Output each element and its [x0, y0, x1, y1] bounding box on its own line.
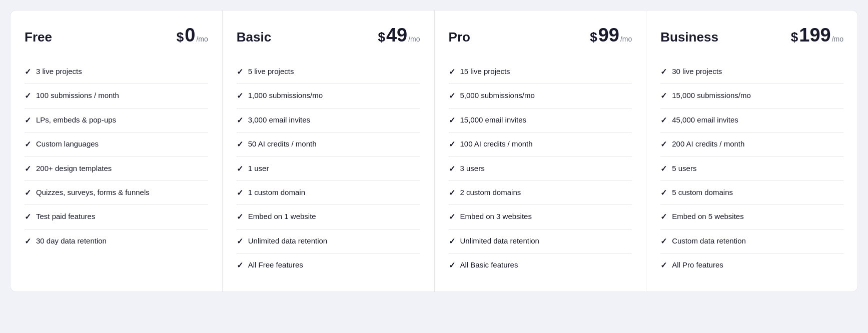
- feature-text-business-7: Custom data retention: [672, 236, 843, 246]
- check-icon-pro-5: ✓: [449, 188, 455, 198]
- plan-header-basic: Basic$ 49/mo: [237, 24, 420, 48]
- check-icon-pro-4: ✓: [449, 164, 455, 174]
- pricing-grid: Free$ 0/mo✓3 live projects✓100 submissio…: [10, 10, 858, 292]
- check-icon-business-0: ✓: [660, 66, 667, 78]
- features-list-pro: ✓15 live projects✓5,000 submissions/mo✓1…: [449, 60, 632, 278]
- feature-item-basic-4: ✓1 user: [237, 157, 420, 181]
- check-icon-business-7: ✓: [660, 236, 667, 247]
- feature-text-pro-6: Embed on 3 websites: [460, 211, 632, 222]
- feature-text-free-7: 30 day data retention: [36, 236, 208, 246]
- feature-text-basic-5: 1 custom domain: [248, 187, 420, 198]
- feature-text-pro-3: 100 AI credits / month: [460, 138, 632, 149]
- check-icon-pro-3: ✓: [449, 139, 455, 150]
- price-amount-business: 199: [799, 24, 830, 46]
- price-period-basic: /mo: [408, 35, 420, 43]
- check-icon-pro-7: ✓: [449, 236, 455, 247]
- feature-text-business-4: 5 users: [672, 163, 843, 174]
- feature-item-pro-1: ✓5,000 submissions/mo: [449, 84, 632, 108]
- check-icon-free-2: ✓: [25, 115, 31, 126]
- plan-price-basic: $ 49/mo: [378, 24, 420, 46]
- check-icon-pro-6: ✓: [449, 212, 455, 222]
- feature-item-free-0: ✓3 live projects: [25, 60, 208, 84]
- plan-price-business: $ 199/mo: [791, 24, 843, 46]
- check-icon-basic-7: ✓: [237, 236, 243, 247]
- feature-text-free-3: Custom languages: [36, 138, 208, 149]
- feature-item-pro-7: ✓Unlimited data retention: [449, 230, 632, 254]
- feature-text-basic-6: Embed on 1 website: [248, 211, 420, 222]
- feature-item-basic-0: ✓5 live projects: [237, 60, 420, 84]
- feature-text-business-2: 45,000 email invites: [672, 114, 843, 125]
- feature-text-business-1: 15,000 submissions/mo: [672, 90, 843, 100]
- check-icon-basic-3: ✓: [237, 139, 243, 150]
- feature-item-business-6: ✓Embed on 5 websites: [660, 205, 843, 229]
- plan-card-free: Free$ 0/mo✓3 live projects✓100 submissio…: [10, 10, 222, 292]
- feature-text-pro-8: All Basic features: [460, 260, 632, 270]
- check-icon-pro-1: ✓: [449, 90, 455, 102]
- feature-text-business-6: Embed on 5 websites: [672, 211, 843, 222]
- feature-text-free-5: Quizzes, surveys, forms & funnels: [36, 187, 208, 198]
- check-icon-business-5: ✓: [660, 188, 667, 198]
- feature-item-free-5: ✓Quizzes, surveys, forms & funnels: [25, 181, 208, 205]
- feature-text-pro-7: Unlimited data retention: [460, 236, 632, 246]
- check-icon-pro-0: ✓: [449, 66, 455, 78]
- plan-price-free: $ 0/mo: [177, 24, 208, 46]
- price-dollar-business: $: [791, 30, 798, 45]
- feature-item-business-7: ✓Custom data retention: [660, 230, 843, 254]
- feature-item-business-2: ✓45,000 email invites: [660, 108, 843, 132]
- plan-name-pro: Pro: [449, 30, 470, 45]
- feature-item-pro-3: ✓100 AI credits / month: [449, 132, 632, 156]
- feature-item-business-8: ✓All Pro features: [660, 254, 843, 277]
- feature-item-free-4: ✓200+ design templates: [25, 157, 208, 181]
- check-icon-basic-0: ✓: [237, 66, 243, 78]
- feature-item-pro-2: ✓15,000 email invites: [449, 108, 632, 132]
- feature-text-business-3: 200 AI credits / month: [672, 138, 843, 149]
- feature-text-basic-4: 1 user: [248, 163, 420, 174]
- feature-item-business-0: ✓30 live projects: [660, 60, 843, 84]
- check-icon-basic-2: ✓: [237, 115, 243, 126]
- price-period-business: /mo: [832, 35, 843, 43]
- check-icon-basic-8: ✓: [237, 260, 243, 271]
- check-icon-business-4: ✓: [660, 164, 667, 174]
- check-icon-free-3: ✓: [25, 139, 31, 150]
- features-list-basic: ✓5 live projects✓1,000 submissions/mo✓3,…: [237, 60, 420, 278]
- price-dollar-free: $: [177, 30, 184, 45]
- check-icon-free-0: ✓: [25, 66, 31, 78]
- feature-item-free-1: ✓100 submissions / month: [25, 84, 208, 108]
- feature-item-pro-8: ✓All Basic features: [449, 254, 632, 277]
- check-icon-basic-6: ✓: [237, 212, 243, 222]
- check-icon-business-8: ✓: [660, 260, 667, 271]
- check-icon-free-4: ✓: [25, 164, 31, 174]
- plan-price-pro: $ 99/mo: [590, 24, 632, 46]
- feature-text-basic-1: 1,000 submissions/mo: [248, 90, 420, 100]
- feature-item-pro-6: ✓Embed on 3 websites: [449, 205, 632, 229]
- check-icon-business-2: ✓: [660, 115, 667, 126]
- feature-text-basic-3: 50 AI credits / month: [248, 138, 420, 149]
- feature-item-basic-3: ✓50 AI credits / month: [237, 132, 420, 156]
- feature-item-free-3: ✓Custom languages: [25, 132, 208, 156]
- check-icon-free-7: ✓: [25, 236, 31, 247]
- check-icon-basic-4: ✓: [237, 164, 243, 174]
- price-period-pro: /mo: [620, 35, 632, 43]
- plan-card-pro: Pro$ 99/mo✓15 live projects✓5,000 submis…: [434, 10, 646, 292]
- price-dollar-basic: $: [378, 30, 385, 45]
- feature-item-free-6: ✓Test paid features: [25, 205, 208, 229]
- feature-text-basic-2: 3,000 email invites: [248, 114, 420, 125]
- plan-card-business: Business$ 199/mo✓30 live projects✓15,000…: [646, 10, 858, 292]
- check-icon-basic-1: ✓: [237, 90, 243, 102]
- price-amount-free: 0: [185, 24, 195, 46]
- feature-text-business-5: 5 custom domains: [672, 187, 843, 198]
- plan-header-business: Business$ 199/mo: [660, 24, 843, 48]
- feature-text-free-2: LPs, embeds & pop-ups: [36, 114, 208, 125]
- feature-item-pro-0: ✓15 live projects: [449, 60, 632, 84]
- feature-text-free-1: 100 submissions / month: [36, 90, 208, 100]
- check-icon-business-3: ✓: [660, 139, 667, 150]
- feature-item-basic-2: ✓3,000 email invites: [237, 108, 420, 132]
- feature-text-pro-1: 5,000 submissions/mo: [460, 90, 632, 100]
- feature-item-business-1: ✓15,000 submissions/mo: [660, 84, 843, 108]
- plan-name-business: Business: [660, 30, 718, 45]
- plan-name-basic: Basic: [237, 30, 271, 45]
- feature-item-business-3: ✓200 AI credits / month: [660, 132, 843, 156]
- feature-text-business-0: 30 live projects: [672, 66, 843, 76]
- feature-item-free-7: ✓30 day data retention: [25, 230, 208, 253]
- feature-item-basic-8: ✓All Free features: [237, 254, 420, 277]
